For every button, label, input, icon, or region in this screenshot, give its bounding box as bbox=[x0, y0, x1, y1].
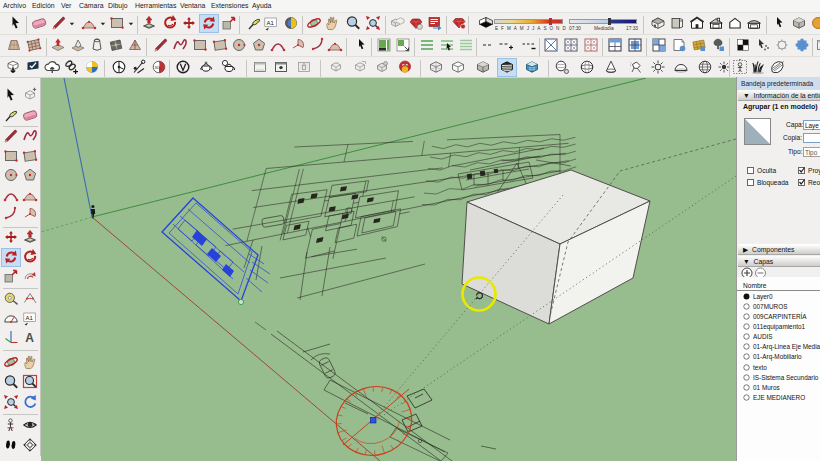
svg-text:A1: A1 bbox=[26, 315, 34, 321]
svg-text:A1: A1 bbox=[267, 20, 275, 26]
svg-text:365: 365 bbox=[154, 66, 160, 70]
svg-text:A: A bbox=[25, 331, 34, 345]
